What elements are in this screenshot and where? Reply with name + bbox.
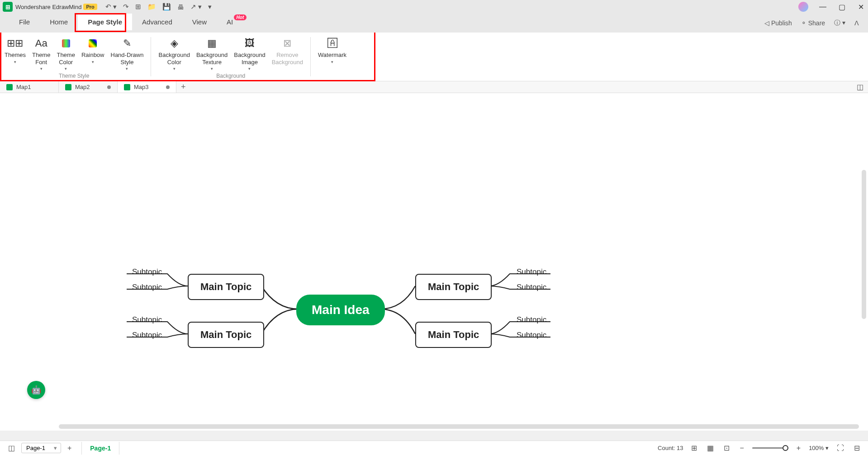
app-logo-icon: ⊞	[3, 2, 13, 12]
subtopic-node[interactable]: Subtopic	[132, 331, 162, 340]
subtopic-node[interactable]: Subtopic	[517, 283, 546, 292]
dropdown-icon: ▾	[211, 66, 213, 71]
font-icon: Aa	[35, 37, 47, 50]
outline-icon[interactable]: ◫	[6, 444, 17, 452]
unsaved-dot-icon	[107, 85, 111, 89]
watermark-button[interactable]: 🄰 Watermark ▾	[315, 35, 349, 66]
rainbow-icon	[89, 37, 97, 50]
page-tab[interactable]: Page-1	[81, 442, 119, 455]
tab-view[interactable]: View	[182, 14, 217, 30]
dropdown-icon: ▾	[331, 60, 333, 64]
theme-color-button[interactable]: Theme Color ▾	[54, 35, 77, 73]
zoom-out-icon[interactable]: −	[738, 444, 745, 452]
main-topic-node[interactable]: Main Topic	[415, 274, 492, 300]
themes-button[interactable]: ⊞⊞ Themes ▾	[2, 35, 28, 73]
subtopic-node[interactable]: Subtopic	[517, 267, 546, 277]
canvas[interactable]: Main Idea Main Topic Main Topic Main Top…	[0, 93, 868, 431]
fullscreen-icon[interactable]: ⛶	[835, 444, 846, 452]
open-icon[interactable]: 📁	[147, 3, 156, 11]
panel-toggle-icon[interactable]: ◫	[852, 83, 868, 91]
subtopic-node[interactable]: Subtopic	[132, 283, 162, 292]
redo-icon[interactable]: ↷	[123, 3, 129, 11]
tab-page-style[interactable]: Page Style	[78, 14, 132, 30]
unsaved-dot-icon	[166, 85, 170, 89]
main-topic-node[interactable]: Main Topic	[188, 274, 264, 300]
more-icon[interactable]: ▾	[208, 3, 212, 11]
fit-icon[interactable]: ⊡	[722, 444, 731, 452]
collapse-ribbon-icon[interactable]: ᐱ	[854, 19, 859, 27]
zoom-value: 100%	[809, 445, 824, 451]
h-scrollbar[interactable]	[59, 424, 859, 429]
dropdown-icon: ▾	[65, 66, 67, 71]
mindmap-connections	[0, 93, 868, 431]
collapse-icon[interactable]: ⊟	[852, 444, 862, 452]
bg-texture-button[interactable]: ▦ Background Texture ▾	[194, 35, 230, 73]
subtopic-node[interactable]: Subtopic	[132, 315, 162, 324]
rainbow-button[interactable]: Rainbow ▾	[79, 35, 107, 73]
layout2-icon[interactable]: ▦	[705, 444, 716, 452]
doctab-label: Map2	[75, 84, 90, 90]
bg-image-label: Background Image	[234, 52, 265, 66]
doctab-map2[interactable]: Map2	[59, 81, 118, 93]
user-avatar-icon[interactable]	[798, 2, 808, 12]
help-icon[interactable]: ⓘ ▾	[834, 19, 845, 27]
tab-file[interactable]: File	[9, 14, 40, 30]
document-tabs: Map1 Map2 Map3 + ◫	[0, 81, 868, 93]
tab-ai[interactable]: AI Hot	[217, 14, 243, 30]
themes-icon: ⊞⊞	[7, 37, 23, 50]
main-topic-node[interactable]: Main Topic	[415, 322, 492, 348]
main-topic-node[interactable]: Main Topic	[188, 322, 264, 348]
doctab-map3[interactable]: Map3	[118, 81, 176, 93]
pro-badge: Pro	[83, 4, 97, 10]
menubar: File Home Page Style Advanced View AI Ho…	[0, 14, 868, 33]
doctab-map1[interactable]: Map1	[0, 81, 59, 93]
close-icon[interactable]: ✕	[856, 3, 865, 11]
save-icon[interactable]: 💾	[162, 3, 171, 11]
publish-label: Publish	[771, 19, 792, 27]
share-button[interactable]: ⚬ Share	[801, 19, 825, 27]
subtopic-node[interactable]: Subtopic	[132, 267, 162, 277]
map-icon	[124, 84, 130, 90]
zoom-in-icon[interactable]: +	[795, 444, 802, 452]
page-selector[interactable]: Page-1	[21, 443, 61, 453]
ribbon-group-theme-style: ⊞⊞ Themes ▾ Aa Theme Font ▾ Theme Color …	[0, 33, 148, 81]
theme-font-button[interactable]: Aa Theme Font ▾	[29, 35, 53, 73]
bg-image-button[interactable]: 🖼 Background Image ▾	[231, 35, 268, 73]
hand-drawn-button[interactable]: ✎ Hand-Drawn Style ▾	[108, 35, 147, 73]
bg-color-button[interactable]: ◈ Background Color ▾	[156, 35, 192, 73]
undo-icon[interactable]: ↶ ▾	[105, 3, 117, 11]
zoom-thumb[interactable]	[783, 445, 788, 451]
subtopic-node[interactable]: Subtopic	[517, 315, 546, 324]
print-icon[interactable]: 🖶	[177, 3, 184, 11]
color-grid-icon	[62, 37, 70, 50]
export-icon[interactable]: ↗ ▾	[190, 3, 202, 11]
layout1-icon[interactable]: ⊞	[689, 444, 699, 452]
ribbon-group-background: ◈ Background Color ▾ ▦ Background Textur…	[154, 33, 308, 81]
doctab-label: Map1	[16, 84, 31, 90]
statusbar: ◫ Page-1 + Page-1 Count: 13 ⊞ ▦ ⊡ − + 10…	[0, 441, 868, 455]
remove-bg-label: Remove Background	[272, 52, 303, 66]
add-tab-button[interactable]: +	[176, 82, 190, 92]
tab-home[interactable]: Home	[40, 14, 78, 30]
zoom-label[interactable]: 100% ▾	[809, 445, 829, 451]
subtopic-node[interactable]: Subtopic	[517, 331, 546, 340]
maximize-icon[interactable]: ▢	[837, 3, 846, 11]
group-label-bg: Background	[216, 73, 245, 81]
add-page-icon[interactable]: +	[66, 444, 73, 452]
dropdown-icon: ▾	[126, 66, 128, 71]
map-icon	[6, 84, 13, 90]
separator	[151, 37, 151, 76]
dropdown-icon: ▾	[92, 60, 94, 64]
dropdown-icon: ▾	[14, 60, 16, 64]
themes-label: Themes	[5, 52, 26, 59]
v-scrollbar[interactable]	[862, 170, 866, 319]
minimize-icon[interactable]: —	[818, 3, 827, 11]
tab-advanced[interactable]: Advanced	[132, 14, 182, 30]
main-idea-node[interactable]: Main Idea	[296, 295, 385, 325]
new-icon[interactable]: ⊞	[135, 3, 141, 11]
group-label-empty	[332, 72, 333, 80]
zoom-slider[interactable]	[752, 447, 788, 449]
ai-fab-button[interactable]: 🤖	[27, 381, 45, 399]
publish-button[interactable]: ◁ Publish	[764, 19, 792, 27]
map-icon	[65, 84, 71, 90]
